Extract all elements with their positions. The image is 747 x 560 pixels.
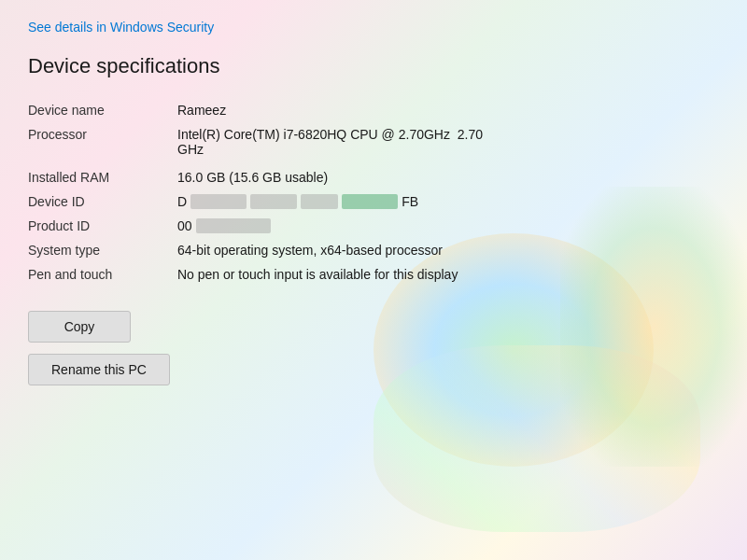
spec-label: Processor bbox=[28, 123, 177, 162]
top-bar: See details in Windows Security bbox=[28, 19, 719, 35]
spec-label: System type bbox=[28, 239, 177, 263]
spec-label: Device ID bbox=[28, 190, 177, 215]
spec-label: Device name bbox=[28, 97, 177, 123]
spec-value: Rameez bbox=[177, 97, 719, 123]
section-title: Device specifications bbox=[28, 54, 719, 78]
device-id-redacted-3 bbox=[301, 194, 338, 209]
table-row: Device ID D FB bbox=[28, 190, 719, 215]
specs-table: Device name Rameez Processor Intel(R) Co… bbox=[28, 97, 719, 287]
spec-value: 00 bbox=[177, 215, 719, 239]
table-row: Device name Rameez bbox=[28, 97, 719, 123]
spec-label: Installed RAM bbox=[28, 166, 177, 190]
spec-value: 16.0 GB (15.6 GB usable) bbox=[177, 166, 719, 190]
spec-label: Product ID bbox=[28, 215, 177, 239]
windows-security-link[interactable]: See details in Windows Security bbox=[28, 20, 214, 35]
rename-pc-button[interactable]: Rename this PC bbox=[28, 354, 170, 385]
table-row: Pen and touch No pen or touch input is a… bbox=[28, 263, 719, 287]
spec-value: Intel(R) Core(TM) i7-6820HQ CPU @ 2.70GH… bbox=[177, 123, 719, 162]
device-id-redacted-2 bbox=[250, 194, 297, 209]
copy-button[interactable]: Copy bbox=[28, 311, 131, 343]
spec-value: No pen or touch input is available for t… bbox=[177, 263, 719, 287]
spec-value: 64-bit operating system, x64-based proce… bbox=[177, 239, 719, 263]
table-row: Product ID 00 bbox=[28, 215, 719, 239]
table-row: System type 64-bit operating system, x64… bbox=[28, 239, 719, 263]
buttons-area: Copy Rename this PC bbox=[28, 311, 719, 385]
table-row: Installed RAM 16.0 GB (15.6 GB usable) bbox=[28, 166, 719, 190]
product-id-partial: 00 bbox=[177, 218, 192, 233]
device-id-redacted-4 bbox=[342, 194, 398, 209]
device-id-redacted-1 bbox=[190, 194, 247, 209]
device-id-partial: D bbox=[177, 194, 187, 209]
table-row: Processor Intel(R) Core(TM) i7-6820HQ CP… bbox=[28, 123, 719, 162]
device-id-suffix: FB bbox=[402, 194, 418, 209]
product-id-redacted bbox=[196, 218, 271, 233]
spec-label: Pen and touch bbox=[28, 263, 177, 287]
spec-value: D FB bbox=[177, 190, 719, 215]
